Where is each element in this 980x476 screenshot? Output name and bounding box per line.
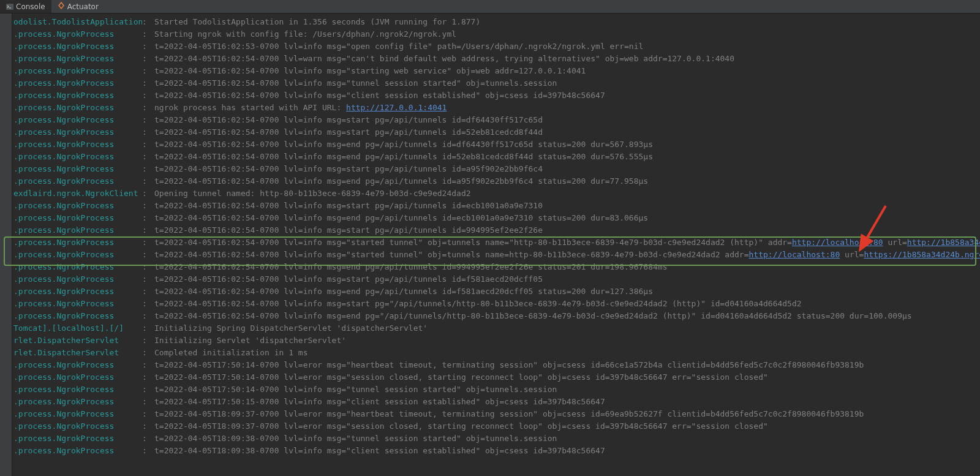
log-message: Completed initialization in 1 ms [154,347,980,359]
log-message: t=2022-04-05T16:02:54-0700 lvl=info msg=… [154,77,980,89]
log-source: .process.NgrokProcess [13,138,142,151]
svg-rect-0 [6,4,13,10]
tab-actuator-label: Actuator [67,2,99,11]
log-link[interactable]: http://localhost:80 [749,250,840,259]
log-source: .process.NgrokProcess [13,310,142,322]
log-message: t=2022-04-05T16:02:54-0700 lvl=info msg=… [154,138,980,151]
log-message: t=2022-04-05T16:02:54-0700 lvl=info msg=… [154,163,980,175]
log-separator: : [142,322,154,334]
log-source: .process.NgrokProcess [13,126,142,138]
log-message: t=2022-04-05T16:02:54-0700 lvl=info msg=… [154,273,980,285]
log-source: exdlaird.ngrok.NgrokClient [13,187,142,200]
log-link[interactable]: http://localhost:80 [792,238,883,247]
log-separator: : [142,433,154,445]
log-source: .process.NgrokProcess [13,236,142,249]
log-line: .process.NgrokProcess: t=2022-04-05T16:0… [13,114,980,126]
log-line: .process.NgrokProcess: t=2022-04-05T16:0… [13,224,980,236]
log-message: t=2022-04-05T16:02:54-0700 lvl=info msg=… [154,261,980,273]
log-source: .process.NgrokProcess [13,163,142,175]
log-separator: : [142,65,154,77]
log-line: .process.NgrokProcess: t=2022-04-05T16:0… [13,77,980,89]
log-message: t=2022-04-05T16:02:54-0700 lvl=info msg=… [154,212,980,224]
log-message: t=2022-04-05T16:02:53-0700 lvl=info msg=… [154,40,980,53]
log-link[interactable]: http://127.0.0.1:4041 [346,103,447,112]
log-source: .process.NgrokProcess [13,175,142,187]
log-line: .process.NgrokProcess: t=2022-04-05T16:0… [13,261,980,273]
log-line: .process.NgrokProcess: t=2022-04-05T17:5… [13,359,980,371]
log-message: t=2022-04-05T16:02:54-0700 lvl=info msg=… [154,200,980,212]
log-message: t=2022-04-05T16:02:54-0700 lvl=info msg=… [154,65,980,77]
log-line: .process.NgrokProcess: t=2022-04-05T16:0… [13,163,980,175]
log-message: t=2022-04-05T16:02:54-0700 lvl=info msg=… [154,249,980,261]
log-source: .process.NgrokProcess [13,224,142,236]
actuator-icon [58,2,65,11]
log-message: t=2022-04-05T17:50:14-0700 lvl=eror msg=… [154,359,980,371]
log-message: t=2022-04-05T18:09:38-0700 lvl=info msg=… [154,445,980,457]
log-separator: : [142,261,154,273]
log-link[interactable]: http://1b858a34d24b.ngrok.i [907,238,980,247]
log-source: .process.NgrokProcess [13,433,142,445]
log-line: .process.NgrokProcess: t=2022-04-05T16:0… [13,236,980,249]
log-source: .process.NgrokProcess [13,53,142,65]
log-line: .process.NgrokProcess: ngrok process has… [13,102,980,114]
log-message: t=2022-04-05T16:02:54-0700 lvl=info msg=… [154,285,980,298]
log-message: t=2022-04-05T16:02:54-0700 lvl=info msg=… [154,151,980,163]
log-separator: : [142,334,154,347]
tab-console[interactable]: Console [0,0,51,13]
log-source: rlet.DispatcherServlet [13,347,142,359]
log-separator: : [142,383,154,396]
log-line: .process.NgrokProcess: t=2022-04-05T16:0… [13,200,980,212]
log-area[interactable]: odolist.TodolistApplication: Started Tod… [12,13,980,476]
log-source: .process.NgrokProcess [13,40,142,53]
log-separator: : [142,200,154,212]
log-message: t=2022-04-05T18:09:38-0700 lvl=info msg=… [154,433,980,445]
log-message: t=2022-04-05T17:50:14-0700 lvl=eror msg=… [154,371,980,383]
log-line: .process.NgrokProcess: t=2022-04-05T16:0… [13,212,980,224]
log-line: .process.NgrokProcess: t=2022-04-05T16:0… [13,249,980,261]
log-line: .process.NgrokProcess: t=2022-04-05T18:0… [13,408,980,420]
log-message: t=2022-04-05T18:09:37-0700 lvl=eror msg=… [154,408,980,420]
log-separator: : [142,310,154,322]
log-source: .process.NgrokProcess [13,371,142,383]
log-source: .process.NgrokProcess [13,249,142,261]
log-source: rlet.DispatcherServlet [13,334,142,347]
log-link[interactable]: https://1b858a34d24b.ngrok.io [864,250,980,259]
log-separator: : [142,175,154,187]
log-separator: : [142,273,154,285]
log-message: t=2022-04-05T16:02:54-0700 lvl=info msg=… [154,236,980,249]
log-separator: : [142,224,154,236]
log-source: .process.NgrokProcess [13,261,142,273]
log-source: .process.NgrokProcess [13,383,142,396]
log-source: .process.NgrokProcess [13,89,142,102]
log-message: t=2022-04-05T17:50:15-0700 lvl=info msg=… [154,396,980,408]
log-line: .process.NgrokProcess: t=2022-04-05T17:5… [13,396,980,408]
log-source: .process.NgrokProcess [13,114,142,126]
tab-actuator[interactable]: Actuator [51,0,105,13]
tab-bar: Console Actuator [0,0,980,13]
log-line: .process.NgrokProcess: t=2022-04-05T16:0… [13,298,980,310]
log-source: .process.NgrokProcess [13,102,142,114]
log-source: .process.NgrokProcess [13,285,142,298]
log-line: .process.NgrokProcess: t=2022-04-05T16:0… [13,126,980,138]
log-line: .process.NgrokProcess: t=2022-04-05T16:0… [13,138,980,151]
log-separator: : [142,77,154,89]
log-separator: : [142,249,154,261]
log-message: Opening tunnel named: http-80-b11b3ece-6… [154,187,980,200]
log-line: .process.NgrokProcess: t=2022-04-05T18:0… [13,420,980,433]
log-separator: : [142,16,154,28]
log-message: t=2022-04-05T16:02:54-0700 lvl=info msg=… [154,175,980,187]
log-line: rlet.DispatcherServlet: Initializing Ser… [13,334,980,347]
log-separator: : [142,163,154,175]
log-source: .process.NgrokProcess [13,151,142,163]
log-source: .process.NgrokProcess [13,273,142,285]
log-source: Tomcat].[localhost].[/] [13,322,142,334]
log-message: ngrok process has started with API URL: … [154,102,980,114]
log-message: t=2022-04-05T16:02:54-0700 lvl=info msg=… [154,224,980,236]
log-separator: : [142,371,154,383]
log-line: .process.NgrokProcess: t=2022-04-05T16:0… [13,285,980,298]
log-line: .process.NgrokProcess: t=2022-04-05T16:0… [13,151,980,163]
log-message: t=2022-04-05T16:02:54-0700 lvl=info msg=… [154,126,980,138]
log-source: .process.NgrokProcess [13,408,142,420]
log-separator: : [142,28,154,40]
log-line: .process.NgrokProcess: t=2022-04-05T17:5… [13,383,980,396]
